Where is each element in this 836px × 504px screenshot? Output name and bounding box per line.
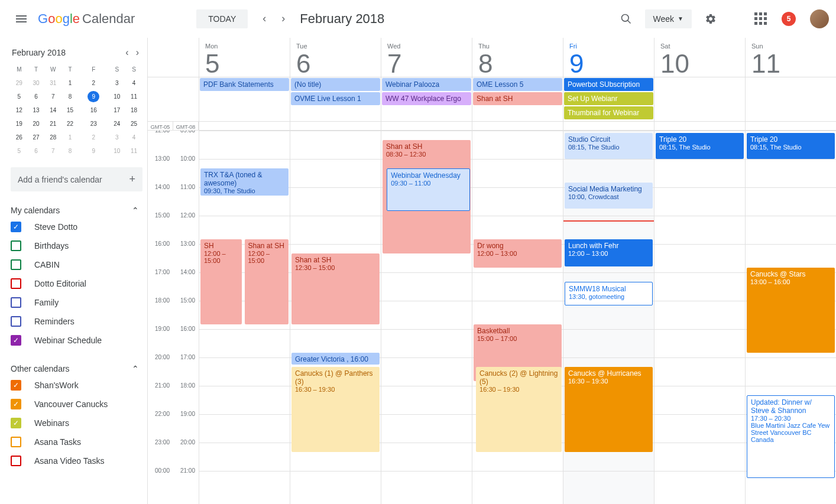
allday-event[interactable]: Shan at SH xyxy=(473,92,562,105)
calendar-list-item[interactable]: Family xyxy=(11,293,142,312)
allday-event[interactable]: OME Lesson 5 xyxy=(473,78,562,91)
calendar-list-item[interactable]: Reminders xyxy=(11,312,142,331)
calendar-event[interactable]: Triple 2008:15, The Studio xyxy=(747,133,835,159)
mini-calendar-day[interactable]: 25 xyxy=(125,117,142,131)
mini-calendar-day[interactable]: 4 xyxy=(125,131,142,144)
calendar-checkbox[interactable] xyxy=(11,456,21,466)
mini-calendar-day[interactable]: 13 xyxy=(28,103,45,117)
allday-cell[interactable]: OME Lesson 5Shan at SH xyxy=(472,77,563,121)
account-avatar[interactable] xyxy=(810,9,829,28)
calendar-list-item[interactable]: ✓Shan'sWork xyxy=(11,376,142,395)
allday-event[interactable]: WW 47 Workplace Ergo xyxy=(382,92,471,105)
calendar-event[interactable]: Greater Victoria , 16:00 xyxy=(291,353,380,365)
mini-calendar-day[interactable]: 7 xyxy=(44,90,61,103)
calendar-checkbox[interactable] xyxy=(11,278,21,289)
add-friend-calendar[interactable]: Add a friend's calendar+ xyxy=(11,167,142,191)
day-header[interactable]: Fri9 xyxy=(563,38,654,77)
google-apps-button[interactable] xyxy=(748,7,772,31)
notifications-button[interactable]: 5 xyxy=(777,7,801,31)
google-calendar-logo[interactable]: Google Calendar xyxy=(38,11,135,27)
mini-calendar-day[interactable]: 3 xyxy=(108,131,125,144)
calendar-checkbox[interactable] xyxy=(11,437,21,447)
calendar-event[interactable]: SH12:00 – 15:00 xyxy=(200,239,242,324)
today-button[interactable]: TODAY xyxy=(196,9,248,28)
calendar-event[interactable]: Canucks (2) @ Lightning (5)16:30 – 19:30 xyxy=(476,367,562,452)
mini-calendar-day[interactable]: 19 xyxy=(11,117,28,131)
mini-calendar-day[interactable]: 20 xyxy=(28,117,45,131)
day-header[interactable]: Sun11 xyxy=(745,38,836,77)
calendar-event[interactable]: Updated: Dinner w/ Steve & Shannon17:30 … xyxy=(747,395,835,478)
mini-calendar-day[interactable]: 1 xyxy=(61,131,79,144)
allday-event[interactable]: Thumbnail for Webinar xyxy=(564,106,653,119)
calendar-event[interactable]: Social Media Marketing10:00, Crowdcast xyxy=(565,183,653,209)
day-header[interactable]: Wed7 xyxy=(381,38,472,77)
calendar-event[interactable]: Webinbar Wednesday09:30 – 11:00 xyxy=(387,168,470,211)
mini-calendar-day[interactable]: 31 xyxy=(44,76,61,90)
mini-calendar-day[interactable]: 8 xyxy=(61,90,79,103)
mini-calendar-day[interactable]: 2 xyxy=(79,131,109,144)
allday-event[interactable]: Webinar Palooza xyxy=(382,78,471,91)
calendar-list-item[interactable]: Birthdays xyxy=(11,236,142,255)
calendar-event[interactable]: SMMW18 Musical13:30, gotomeeting xyxy=(565,282,653,305)
mini-calendar-day[interactable]: 22 xyxy=(61,117,79,131)
allday-event[interactable]: PDF Bank Statements xyxy=(200,78,289,91)
calendar-checkbox[interactable] xyxy=(11,259,21,270)
mini-calendar-day[interactable]: 5 xyxy=(11,144,28,158)
view-selector[interactable]: Week▼ xyxy=(645,9,692,28)
calendar-checkbox[interactable] xyxy=(11,297,21,308)
calendar-event[interactable]: Shan at SH12:30 – 15:00 xyxy=(291,253,380,324)
mini-calendar-day[interactable]: 5 xyxy=(11,90,28,103)
calendar-list-item[interactable]: Asana Tasks xyxy=(11,433,142,451)
mini-calendar-day[interactable]: 17 xyxy=(108,103,125,117)
calendar-list-item[interactable]: ✓Steve Dotto xyxy=(11,217,142,236)
mini-calendar-day[interactable]: 10 xyxy=(108,144,125,158)
allday-event[interactable]: (No title) xyxy=(291,78,380,91)
mini-calendar-day[interactable]: 6 xyxy=(28,90,45,103)
calendar-list-item[interactable]: ✓Webinar Schedule xyxy=(11,331,142,350)
calendar-event[interactable]: Canucks @ Stars13:00 – 16:00 xyxy=(747,268,835,353)
mini-calendar-day[interactable]: 18 xyxy=(125,103,142,117)
allday-cell[interactable]: (No title)OVME Live Lesson 1 xyxy=(290,77,381,121)
calendar-list-item[interactable]: Dotto Editorial xyxy=(11,274,142,293)
allday-cell[interactable] xyxy=(745,77,836,121)
calendar-list-item[interactable]: ✓Webinars xyxy=(11,414,142,433)
calendar-checkbox[interactable]: ✓ xyxy=(11,418,21,428)
day-column[interactable]: Shan at SH12:30 – 15:00Greater Victoria … xyxy=(290,131,381,504)
allday-cell[interactable] xyxy=(654,77,745,121)
mini-calendar-day[interactable]: 24 xyxy=(108,117,125,131)
mini-calendar-day[interactable]: 9 xyxy=(79,90,109,103)
calendar-checkbox[interactable] xyxy=(11,240,21,251)
calendar-event[interactable]: TRX T&A (toned & awesome)09:30, The Stud… xyxy=(200,168,289,196)
allday-event[interactable]: Powerbot SUbscription xyxy=(564,78,653,91)
calendar-checkbox[interactable]: ✓ xyxy=(11,380,21,391)
calendar-event[interactable]: Triple 2008:15, The Studio xyxy=(656,133,744,159)
day-column[interactable]: Shan at SH08:30 – 12:30Webinbar Wednesda… xyxy=(381,131,472,504)
day-header[interactable]: Mon5 xyxy=(199,38,290,77)
other-calendars-toggle[interactable]: Other calendars⌃ xyxy=(11,362,142,376)
mini-calendar-day[interactable]: 12 xyxy=(11,103,28,117)
calendar-checkbox[interactable] xyxy=(11,316,21,327)
mini-calendar-day[interactable]: 28 xyxy=(44,131,61,144)
mini-calendar-day[interactable]: 15 xyxy=(61,103,79,117)
day-column[interactable]: Studio Circuit08:15, The StudioSocial Me… xyxy=(563,131,654,504)
mini-prev-button[interactable]: ‹ xyxy=(125,47,128,58)
settings-button[interactable] xyxy=(699,7,722,31)
allday-cell[interactable]: Webinar PaloozaWW 47 Workplace Ergo xyxy=(381,77,472,121)
calendar-event[interactable]: Studio Circuit08:15, The Studio xyxy=(565,133,653,159)
calendar-event[interactable]: Shan at SH12:00 – 15:00 xyxy=(245,239,289,324)
mini-calendar-day[interactable]: 1 xyxy=(61,76,79,90)
mini-calendar-day[interactable]: 16 xyxy=(79,103,109,117)
allday-cell[interactable]: PDF Bank Statements xyxy=(199,77,290,121)
prev-period-button[interactable]: ‹ xyxy=(255,9,274,28)
calendar-list-item[interactable]: Asana Video Tasks xyxy=(11,451,142,470)
mini-next-button[interactable]: › xyxy=(136,47,139,58)
calendar-event[interactable]: Lunch with Fehr12:00 – 13:00 xyxy=(565,239,653,266)
calendar-event[interactable]: Dr wong12:00 – 13:00 xyxy=(474,239,562,268)
main-menu-button[interactable] xyxy=(7,5,35,33)
day-column[interactable]: Dr wong12:00 – 13:00Basketball15:00 – 17… xyxy=(472,131,563,504)
mini-calendar-day[interactable]: 26 xyxy=(11,131,28,144)
mini-calendar-day[interactable]: 7 xyxy=(44,144,61,158)
calendar-event[interactable]: Canucks @ Hurricanes16:30 – 19:30 xyxy=(565,367,653,452)
mini-calendar-day[interactable]: 4 xyxy=(125,76,142,90)
calendar-checkbox[interactable]: ✓ xyxy=(11,222,21,232)
